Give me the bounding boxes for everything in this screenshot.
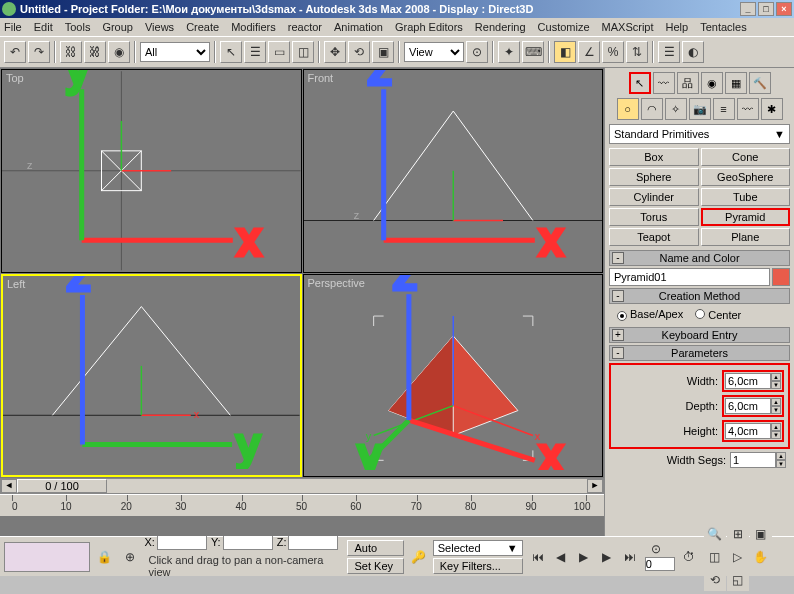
scale-button[interactable]: ▣ [372,41,394,63]
select-manipulate-button[interactable]: ✦ [498,41,520,63]
menu-edit[interactable]: Edit [34,21,53,33]
scroll-left-button[interactable]: ◄ [1,479,17,493]
cameras-button[interactable]: 📷 [689,98,711,120]
primitive-torus[interactable]: Torus [609,208,699,226]
display-tab[interactable]: ▦ [725,72,747,94]
scroll-right-button[interactable]: ► [587,479,603,493]
keyboard-shortcut-button[interactable]: ⌨ [522,41,544,63]
timeline-ruler[interactable]: 0 10 20 30 40 50 60 70 80 90 100 [0,494,604,516]
radio-base-apex[interactable] [617,311,627,321]
motion-tab[interactable]: ◉ [701,72,723,94]
depth-spin-up[interactable]: ▲ [771,398,781,406]
primitive-teapot[interactable]: Teapot [609,228,699,246]
zoom-all-button[interactable]: ⊞ [727,523,749,545]
key-filters-button[interactable]: Key Filters... [433,558,523,574]
menu-tools[interactable]: Tools [65,21,91,33]
link-button[interactable]: ⛓ [60,41,82,63]
spacewarps-button[interactable]: 〰 [737,98,759,120]
fov-button[interactable]: ▷ [727,546,749,568]
primitive-plane[interactable]: Plane [701,228,791,246]
hierarchy-tab[interactable]: 品 [677,72,699,94]
select-region-button[interactable]: ▭ [268,41,290,63]
wsegs-spin-down[interactable]: ▼ [776,460,786,468]
minimize-button[interactable]: _ [740,2,756,16]
primitive-cone[interactable]: Cone [701,148,791,166]
maximize-button[interactable]: □ [758,2,774,16]
time-slider[interactable]: ◄ 0 / 100 ► [0,478,604,494]
viewport-perspective[interactable]: Perspective x y x [303,274,604,478]
modify-tab[interactable]: 〰 [653,72,675,94]
menu-customize[interactable]: Customize [538,21,590,33]
redo-button[interactable]: ↷ [28,41,50,63]
menu-maxscript[interactable]: MAXScript [602,21,654,33]
viewport-front[interactable]: Front z x z [303,69,604,273]
wsegs-spin-up[interactable]: ▲ [776,452,786,460]
menu-tentacles[interactable]: Tentacles [700,21,746,33]
goto-end-button[interactable]: ⏭ [619,546,641,568]
object-color-swatch[interactable] [772,268,790,286]
next-frame-button[interactable]: ▶ [596,546,618,568]
menu-group[interactable]: Group [102,21,133,33]
rollout-name-color[interactable]: -Name and Color [609,250,790,266]
primitive-cylinder[interactable]: Cylinder [609,188,699,206]
primitive-sphere[interactable]: Sphere [609,168,699,186]
primitive-geosphere[interactable]: GeoSphere [701,168,791,186]
set-key-button[interactable]: Set Key [347,558,403,574]
width-input[interactable] [725,373,771,389]
zoom-button[interactable]: 🔍 [704,523,726,545]
key-step-button[interactable]: ⊙ [645,542,667,556]
isolate-button[interactable]: ⊕ [119,546,140,568]
menu-graph-editors[interactable]: Graph Editors [395,21,463,33]
menu-help[interactable]: Help [666,21,689,33]
key-mode-button[interactable]: 🔑 [408,546,429,568]
systems-button[interactable]: ✱ [761,98,783,120]
rollout-parameters[interactable]: -Parameters [609,345,790,361]
undo-button[interactable]: ↶ [4,41,26,63]
menu-rendering[interactable]: Rendering [475,21,526,33]
viewport-left[interactable]: Left x y z [1,274,302,478]
helpers-button[interactable]: ≡ [713,98,735,120]
geometry-button[interactable]: ○ [617,98,639,120]
use-center-button[interactable]: ⊙ [466,41,488,63]
menu-modifiers[interactable]: Modifiers [231,21,276,33]
lights-button[interactable]: ✧ [665,98,687,120]
primitive-box[interactable]: Box [609,148,699,166]
prev-frame-button[interactable]: ◀ [550,546,572,568]
viewport-top[interactable]: Top z x y [1,69,302,273]
pan-button[interactable]: ✋ [750,546,772,568]
goto-start-button[interactable]: ⏮ [527,546,549,568]
height-spin-up[interactable]: ▲ [771,423,781,431]
close-button[interactable]: × [776,2,792,16]
create-tab[interactable]: ↖ [629,72,651,94]
zoom-extents-button[interactable]: ▣ [750,523,772,545]
width-spin-down[interactable]: ▼ [771,381,781,389]
selection-filter[interactable]: All [140,42,210,62]
percent-snap-button[interactable]: % [602,41,624,63]
snap-toggle-button[interactable]: ◧ [554,41,576,63]
select-by-name-button[interactable]: ☰ [244,41,266,63]
bind-button[interactable]: ◉ [108,41,130,63]
shapes-button[interactable]: ◠ [641,98,663,120]
object-name-input[interactable]: Pyramid01 [609,268,770,286]
zoom-extents-all-button[interactable]: ◫ [704,546,726,568]
ref-coord-system[interactable]: View [404,42,464,62]
menu-reactor[interactable]: reactor [288,21,322,33]
window-crossing-button[interactable]: ◫ [292,41,314,63]
depth-spin-down[interactable]: ▼ [771,406,781,414]
menu-create[interactable]: Create [186,21,219,33]
width-spin-up[interactable]: ▲ [771,373,781,381]
track-bar[interactable] [4,542,90,572]
height-spin-down[interactable]: ▼ [771,431,781,439]
play-button[interactable]: ▶ [573,546,595,568]
key-filter-dropdown[interactable]: Selected▼ [433,540,523,556]
unlink-button[interactable]: ⛓̸ [84,41,106,63]
arc-rotate-button[interactable]: ⟲ [704,569,726,591]
radio-center[interactable] [695,309,705,319]
current-frame-input[interactable] [645,557,675,571]
lock-button[interactable]: 🔒 [94,546,115,568]
spinner-snap-button[interactable]: ⇅ [626,41,648,63]
primitive-tube[interactable]: Tube [701,188,791,206]
category-dropdown[interactable]: Standard Primitives▼ [609,124,790,144]
menu-views[interactable]: Views [145,21,174,33]
rollout-keyboard-entry[interactable]: +Keyboard Entry [609,327,790,343]
